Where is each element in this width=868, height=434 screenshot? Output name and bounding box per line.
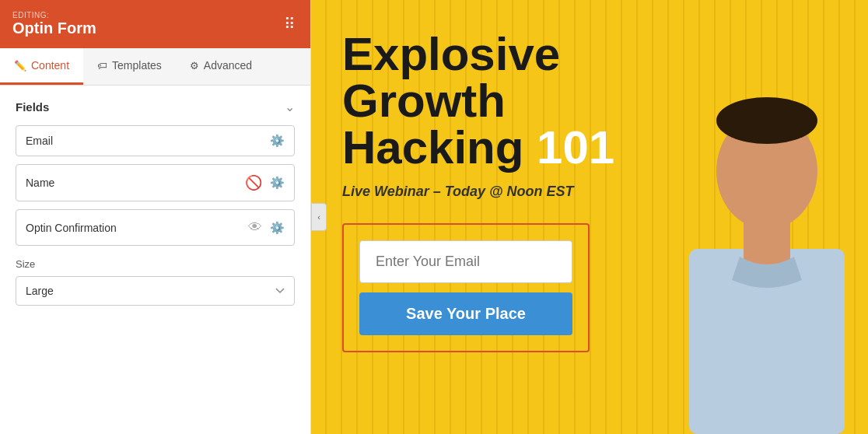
headline-line1: Explosive — [342, 31, 837, 78]
panel-title: Optin Form — [12, 19, 96, 37]
editing-label: EDITING: — [12, 11, 96, 19]
templates-tab-icon: 🏷 — [97, 60, 107, 72]
name-visibility-icon[interactable]: 🚫 — [243, 173, 264, 193]
content-tab-icon: ✏️ — [14, 60, 26, 72]
tab-templates[interactable]: 🏷 Templates — [83, 48, 176, 85]
email-field-label: Email — [26, 135, 264, 147]
tab-advanced[interactable]: ⚙ Advanced — [176, 48, 266, 85]
collapse-arrow-icon: ‹ — [317, 212, 320, 222]
fields-section-title: Fields — [16, 100, 49, 114]
panel-header-left: EDITING: Optin Form — [12, 11, 96, 37]
headline-line2: Growth — [342, 78, 837, 124]
fields-chevron-icon[interactable]: ⌄ — [285, 100, 295, 114]
size-section: Size Large Small Medium Extra Large — [16, 258, 295, 306]
headline-line3: Hacking 101 — [342, 124, 837, 171]
grid-icon[interactable]: ⠿ — [284, 15, 298, 33]
optin-visibility-icon[interactable]: 👁 — [247, 218, 264, 237]
advanced-tab-icon: ⚙ — [190, 60, 199, 72]
optin-field-row: Optin Confirmation 👁 ⚙️ — [16, 209, 295, 246]
tab-templates-label: Templates — [112, 59, 162, 72]
left-panel: EDITING: Optin Form ⠿ ✏️ Content 🏷 Templ… — [0, 0, 311, 434]
preview-content: Explosive Growth Hacking 101 Live Webina… — [311, 0, 868, 383]
name-field-row: Name 🚫 ⚙️ — [16, 164, 295, 201]
panel-content: Fields ⌄ Email ⚙️ Name 🚫 ⚙️ Optin Confir… — [0, 86, 310, 434]
panel-header: EDITING: Optin Form ⠿ — [0, 0, 310, 48]
optin-settings-icon[interactable]: ⚙️ — [270, 221, 285, 235]
form-area: Save Your Place — [342, 223, 590, 352]
tab-advanced-label: Advanced — [204, 59, 252, 72]
tabs-bar: ✏️ Content 🏷 Templates ⚙ Advanced — [0, 48, 310, 86]
tab-content-label: Content — [31, 59, 69, 72]
headline-line3-text: Hacking — [342, 121, 523, 173]
email-settings-icon[interactable]: ⚙️ — [270, 134, 285, 148]
email-field-row: Email ⚙️ — [16, 125, 295, 156]
subheadline: Live Webinar – Today @ Noon EST — [342, 184, 837, 200]
headline: Explosive Growth Hacking 101 — [342, 31, 837, 171]
tab-content[interactable]: ✏️ Content — [0, 48, 83, 85]
optin-field-label: Optin Confirmation — [26, 222, 240, 234]
headline-number: 101 — [537, 121, 614, 173]
cta-button[interactable]: Save Your Place — [359, 292, 572, 335]
name-settings-icon[interactable]: ⚙️ — [270, 176, 285, 190]
name-field-label: Name — [26, 177, 237, 189]
size-select[interactable]: Large Small Medium Extra Large — [16, 276, 295, 306]
size-label: Size — [16, 258, 295, 270]
preview-panel: Explosive Growth Hacking 101 Live Webina… — [311, 0, 868, 434]
fields-section-header: Fields ⌄ — [16, 100, 295, 114]
email-input[interactable] — [359, 240, 572, 283]
collapse-panel-button[interactable]: ‹ — [311, 203, 327, 231]
